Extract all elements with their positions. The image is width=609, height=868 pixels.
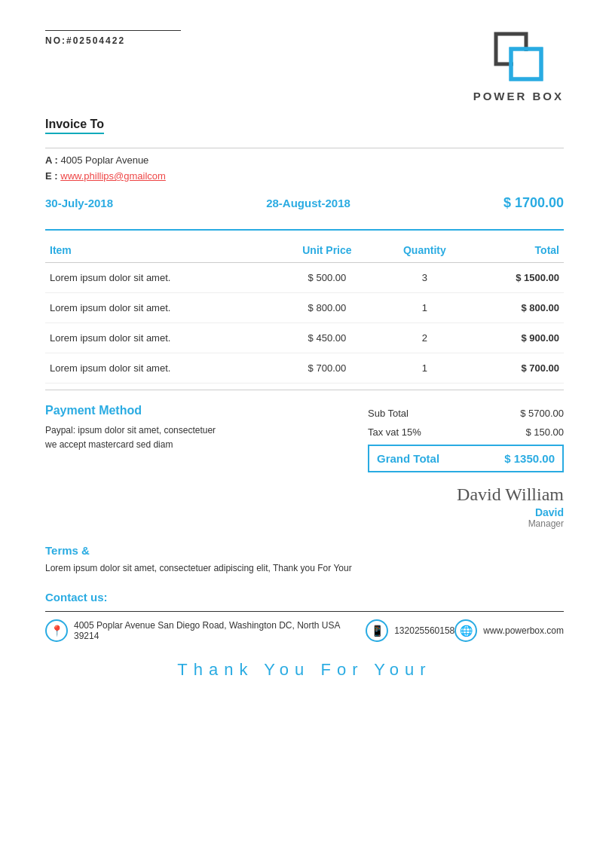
payment-text-2: we accept mastercard sed diam: [45, 438, 345, 452]
table-row: Lorem ipsum dolor sit amet. $ 700.00 1 $…: [45, 353, 564, 384]
item-unit-price-1: $ 800.00: [275, 293, 378, 323]
terms-title: Terms &: [45, 544, 564, 557]
col-header-item: Item: [45, 238, 275, 263]
item-unit-price-3: $ 700.00: [275, 353, 378, 384]
terms-text: Lorem ipsum dolor sit amet, consectetuer…: [45, 561, 564, 576]
globe-icon: 🌐: [454, 619, 477, 642]
due-date: 28-August-2018: [266, 197, 350, 209]
items-table: Item Unit Price Quantity Total Lorem ips…: [45, 238, 564, 384]
payment-title: Payment Method: [45, 404, 345, 417]
grand-total-row: Grand Total $ 1350.00: [368, 445, 564, 472]
thank-you-text: Thank You For Your: [45, 660, 564, 680]
signature-block: David William David Manager: [45, 484, 564, 529]
address-line: A : 4005 Poplar Avenue: [45, 154, 564, 166]
item-quantity-3: 1: [378, 353, 470, 384]
contact-title: Contact us:: [45, 591, 564, 604]
item-unit-price-2: $ 450.00: [275, 323, 378, 353]
contact-section: Contact us: 📍 4005 Poplar Avenue San Die…: [45, 591, 564, 642]
contact-row: 📍 4005 Poplar Avenue San Diego Road, Was…: [45, 619, 564, 642]
table-bottom-divider: [45, 390, 564, 390]
page-header: NO:#02504422 POWER BOX: [45, 30, 564, 102]
svg-rect-2: [513, 51, 539, 77]
section-divider: [45, 148, 564, 148]
email-line: E : www.phillips@gmailcom: [45, 170, 564, 182]
email-value: www.phillips@gmailcom: [60, 170, 166, 182]
item-name-1: Lorem ipsum dolor sit amet.: [45, 293, 275, 323]
col-header-total: Total: [470, 238, 564, 263]
col-header-unit-price: Unit Price: [275, 238, 378, 263]
terms-section: Terms & Lorem ipsum dolor sit amet, cons…: [45, 544, 564, 576]
item-total-1: $ 800.00: [470, 293, 564, 323]
tax-value: $ 150.00: [525, 426, 564, 438]
subtotal-value: $ 5700.00: [520, 408, 564, 419]
subtotal-row: Sub Total $ 5700.00: [368, 404, 564, 423]
issue-date: 30-July-2018: [45, 197, 113, 209]
invoice-to-section: Invoice To A : 4005 Poplar Avenue E : ww…: [45, 118, 564, 217]
item-quantity-1: 1: [378, 293, 470, 323]
contact-address: 4005 Poplar Avenue San Diego Road, Washi…: [74, 620, 366, 641]
address-label: A :: [45, 154, 58, 166]
invoice-number: NO:#02504422: [45, 35, 473, 46]
item-quantity-0: 3: [378, 263, 470, 293]
item-total-0: $ 1500.00: [470, 263, 564, 293]
invoice-amount-item: $ 1700.00: [503, 195, 564, 211]
main-divider: [45, 229, 564, 231]
item-quantity-2: 2: [378, 323, 470, 353]
location-icon: 📍: [45, 619, 68, 642]
table-row: Lorem ipsum dolor sit amet. $ 450.00 2 $…: [45, 323, 564, 353]
contact-address-item: 📍 4005 Poplar Avenue San Diego Road, Was…: [45, 619, 366, 642]
item-total-3: $ 700.00: [470, 353, 564, 384]
contact-phone: 132025560158: [394, 625, 454, 636]
item-name-2: Lorem ipsum dolor sit amet.: [45, 323, 275, 353]
item-unit-price-0: $ 500.00: [275, 263, 378, 293]
col-header-quantity: Quantity: [378, 238, 470, 263]
subtotal-label: Sub Total: [368, 408, 409, 419]
tax-label: Tax vat 15%: [368, 426, 421, 438]
address-value: 4005 Poplar Avenue: [60, 154, 148, 166]
due-date-item: 28-August-2018: [266, 197, 350, 209]
dates-row: 30-July-2018 28-August-2018 $ 1700.00: [45, 189, 564, 217]
contact-divider: [45, 611, 564, 612]
email-label: E :: [45, 170, 58, 182]
contact-phone-item: 📱 132025560158: [366, 619, 454, 642]
payment-text-1: Paypal: ipsum dolor sit amet, consectetu…: [45, 423, 345, 438]
issue-date-item: 30-July-2018: [45, 197, 113, 209]
signature-name: David: [45, 506, 564, 518]
phone-icon: 📱: [366, 619, 388, 642]
grand-total-label: Grand Total: [377, 452, 439, 465]
signature-script: David William: [45, 484, 564, 505]
item-total-2: $ 900.00: [470, 323, 564, 353]
invoice-amount: $ 1700.00: [503, 195, 564, 211]
logo-block: POWER BOX: [473, 30, 564, 102]
logo-icon: [492, 30, 545, 83]
table-row: Lorem ipsum dolor sit amet. $ 800.00 1 $…: [45, 293, 564, 323]
contact-website-item: 🌐 www.powerbox.com: [454, 619, 564, 642]
invoice-to-title: Invoice To: [45, 118, 104, 134]
grand-total-value: $ 1350.00: [504, 452, 555, 465]
table-row: Lorem ipsum dolor sit amet. $ 500.00 3 $…: [45, 263, 564, 293]
header-line: [45, 30, 181, 31]
item-name-0: Lorem ipsum dolor sit amet.: [45, 263, 275, 293]
tax-row: Tax vat 15% $ 150.00: [368, 423, 564, 442]
logo-text: POWER BOX: [473, 90, 564, 102]
contact-website: www.powerbox.com: [483, 625, 564, 636]
signature-role: Manager: [45, 518, 564, 529]
bottom-section: Payment Method Paypal: ipsum dolor sit a…: [45, 404, 564, 472]
item-name-3: Lorem ipsum dolor sit amet.: [45, 353, 275, 384]
payment-block: Payment Method Paypal: ipsum dolor sit a…: [45, 404, 368, 472]
summary-block: Sub Total $ 5700.00 Tax vat 15% $ 150.00…: [368, 404, 564, 472]
invoice-number-block: NO:#02504422: [45, 30, 473, 46]
table-header-row: Item Unit Price Quantity Total: [45, 238, 564, 263]
